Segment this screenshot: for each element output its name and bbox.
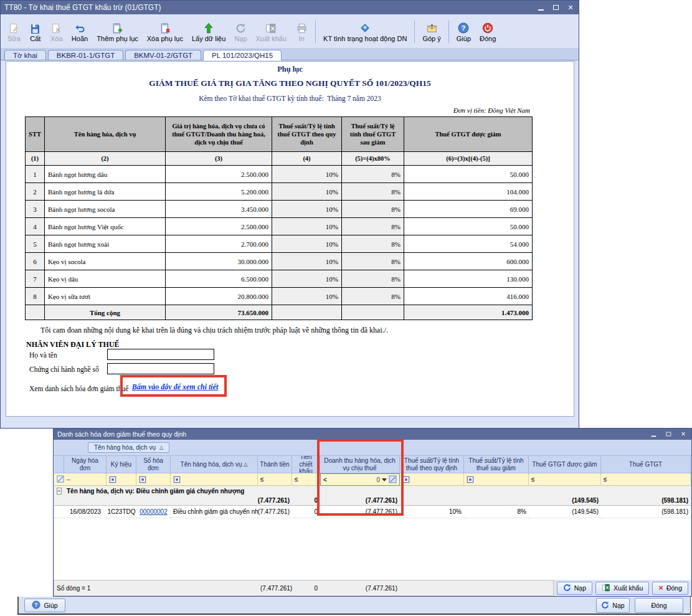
summary-doanhthu: (7.477.261) <box>320 585 400 592</box>
filter-cell-sohoadon[interactable] <box>136 473 171 486</box>
col-header-kyhieu[interactable]: Ký hiệu <box>107 456 136 473</box>
cell-sohoadon[interactable]: 00000002 <box>136 506 171 518</box>
period-line: Kèm theo Tờ khai thuế GTGT kỳ tính thuế:… <box>6 95 574 102</box>
view-invoices-label: Xem danh sách hóa đơn giảm thuế <box>29 385 128 392</box>
table-row: 5Bánh ngọt hương xoài2.700.00010%8%54.00… <box>26 235 533 253</box>
period-label: Kèm theo Tờ khai thuế GTGT kỳ tính thuế: <box>199 95 324 102</box>
view-invoices-link[interactable]: Bấm vào đây để xem chi tiết <box>132 382 219 392</box>
export-button[interactable]: X Xuất khẩu <box>252 20 291 44</box>
col-header: Thuế GTGT được giảm <box>404 117 533 152</box>
invoice-list-panel: Danh sách hóa đơn giảm thuế theo quy địn… <box>53 428 692 597</box>
load-button[interactable]: Nạp <box>230 20 251 44</box>
get-data-icon <box>203 21 214 34</box>
group-total-thuegtgt: (598.181) <box>601 496 691 506</box>
print-button[interactable]: In <box>291 20 312 44</box>
edit-button[interactable]: Sửa <box>3 20 25 44</box>
table-row: 1Bánh ngọt hương dâu2.500.00010%8%50.000 <box>26 166 533 183</box>
outer-help-button[interactable]: ? Giúp <box>24 599 65 612</box>
filter-cell-thuegtgt[interactable]: ≤ <box>601 473 691 486</box>
appendix-form: Phụ lục GIẢM THUẾ GIÁ TRỊ GIA TĂNG THEO … <box>6 61 574 417</box>
col-header-sohoadon[interactable]: Số hóa đơn <box>136 456 171 473</box>
certificate-label: Chứng chỉ hành nghề số <box>29 366 99 373</box>
col-header-thuegiam[interactable]: Thuế GTGT được giảm <box>529 456 601 473</box>
col-header-ten[interactable]: Tên hàng hóa, dịch vụ △ <box>171 456 258 473</box>
col-header-thuegtgt[interactable]: Thuế GTGT <box>601 456 691 473</box>
cell-doanhthu: (7.477.261) <box>320 506 400 518</box>
tab-bkbr[interactable]: BKBR-01-1/GTGT <box>48 50 123 60</box>
help-button[interactable]: ? Giúp <box>452 20 475 44</box>
summary-row: Số dòng = 1 (7.477.261) 0 (7.477.261) <box>54 580 554 596</box>
remove-appendix-button[interactable]: Xóa phụ lục <box>143 20 187 44</box>
group-by-chip[interactable]: Tên hàng hóa, dịch vụ △ <box>88 442 169 453</box>
main-titlebar: TT80 - Tờ khai thuế GTGT khấu trừ (01/GT… <box>1 1 579 14</box>
invoice-row[interactable]: 16/08/2023 1C23TDQ 00000002 Điều chỉnh g… <box>54 506 691 518</box>
close-icon[interactable]: × <box>680 430 687 438</box>
col-header: Thuế suất/Tỷ lệ tính thuế GTGT sau giảm <box>342 117 404 152</box>
panel-title: Danh sách hóa đơn giảm thuế theo quy địn… <box>57 430 649 438</box>
filter-cell-kyhieu[interactable] <box>107 473 136 486</box>
help-icon: ? <box>32 600 40 610</box>
group-by-bar: Tên hàng hóa, dịch vụ △ <box>54 440 691 456</box>
col-header-ngay[interactable]: Ngày hóa đơn <box>64 456 107 473</box>
group-row[interactable]: − Tên hàng hóa, dịch vụ: Điều chỉnh giảm… <box>54 486 691 496</box>
tab-to-khai[interactable]: Tờ khai <box>4 50 46 60</box>
undo-button[interactable]: Hoãn <box>67 20 92 44</box>
filter-cell-thuesuat-sg[interactable] <box>464 473 529 486</box>
status-check-button[interactable]: KT tình trạng hoạt động DN <box>319 20 411 44</box>
toolbar: Sửa Cất Xóa Hoãn Thêm phụ lục Xóa phụ lụ… <box>1 14 579 49</box>
panel-export-button[interactable]: X Xuất khẩu <box>595 582 649 595</box>
outer-load-button[interactable]: Nạp <box>596 598 630 613</box>
group-expander[interactable]: − <box>54 486 64 496</box>
delete-button[interactable]: Xóa <box>46 20 67 44</box>
feedback-button[interactable]: Góp ý <box>418 20 445 44</box>
checkbox-filter-icon <box>402 476 410 483</box>
save-button[interactable]: Cất <box>25 20 46 44</box>
col-header-thanhtien[interactable]: Thành tiền <box>258 456 292 473</box>
close-app-button[interactable]: Đóng <box>475 20 500 44</box>
sort-asc-icon: △ <box>244 462 247 467</box>
filter-value[interactable]: 0 <box>376 476 380 483</box>
filter-cell-chietkhau[interactable]: ≤ <box>292 473 320 486</box>
printer-icon <box>296 21 307 34</box>
minimize-icon[interactable] <box>536 3 545 12</box>
group-total-thuegiam: (149.545) <box>529 496 601 506</box>
filter-cell-thuegiam[interactable]: ≤ <box>529 473 601 486</box>
fullname-field[interactable] <box>107 349 214 360</box>
remove-appendix-icon <box>159 21 171 34</box>
add-appendix-button[interactable]: Thêm phụ lục <box>92 20 143 44</box>
filter-cell-ten[interactable] <box>171 473 258 486</box>
minimize-icon[interactable] <box>650 430 657 438</box>
period-value: Tháng 7 năm 2023 <box>327 95 381 102</box>
panel-close-button[interactable]: × Đóng <box>652 582 688 595</box>
filter-cell-thuesuat-qd[interactable] <box>400 473 464 486</box>
status-check-icon <box>359 21 371 34</box>
get-data-button[interactable]: Lấy dữ liệu <box>187 20 230 44</box>
close-icon[interactable]: × <box>566 3 575 12</box>
undo-icon <box>74 21 85 34</box>
certificate-field[interactable] <box>107 363 214 374</box>
group-label: Tên hàng hóa, dịch vụ: Điều chỉnh giảm g… <box>64 486 691 496</box>
restore-icon[interactable] <box>665 430 672 438</box>
filter-edit-icon[interactable] <box>389 475 397 485</box>
grid-header-row: Ngày hóa đơn Ký hiệu Số hóa đơn Tên hàng… <box>54 456 691 473</box>
col-header-thuesuat-sg[interactable]: Thuế suất/Tỷ lệ tính thuế sau giảm <box>464 456 529 473</box>
dropdown-icon[interactable] <box>382 478 387 481</box>
tab-pl-101-2023[interactable]: PL 101/2023/QH15 <box>203 50 282 60</box>
toolbar-separator <box>414 21 415 43</box>
col-header-doanhthu[interactable]: Doanh thu hàng hóa, dịch vụ chịu thuế <box>320 456 400 473</box>
tab-bkmv[interactable]: BKMV-01-2/GTGT <box>125 50 201 60</box>
outer-close-button[interactable]: Đóng <box>635 598 683 613</box>
col-header-chietkhau[interactable]: Tiền chiết khấu <box>292 456 320 473</box>
delete-doc-icon <box>51 21 62 34</box>
restore-icon[interactable] <box>551 3 560 12</box>
filter-cell-ngay[interactable]: – <box>54 473 107 486</box>
panel-load-button[interactable]: Nạp <box>557 582 592 595</box>
filter-cell-thanhtien[interactable]: ≤ <box>258 473 292 486</box>
cell-ten: Điều chỉnh giảm giá chuyển nhượng <box>171 506 258 518</box>
col-header-thuesuat-qd[interactable]: Thuế suất/Tỷ lệ tính thuế theo quy định <box>400 456 464 473</box>
excel-icon: X <box>602 584 610 593</box>
cell-thuegiam: (149.545) <box>529 506 601 518</box>
staff-section-title: NHÂN VIÊN ĐẠI LÝ THUẾ <box>26 340 120 349</box>
filter-cell-doanhthu[interactable]: < 0 <box>320 473 400 486</box>
panel-titlebar: Danh sách hóa đơn giảm thuế theo quy địn… <box>54 429 691 440</box>
